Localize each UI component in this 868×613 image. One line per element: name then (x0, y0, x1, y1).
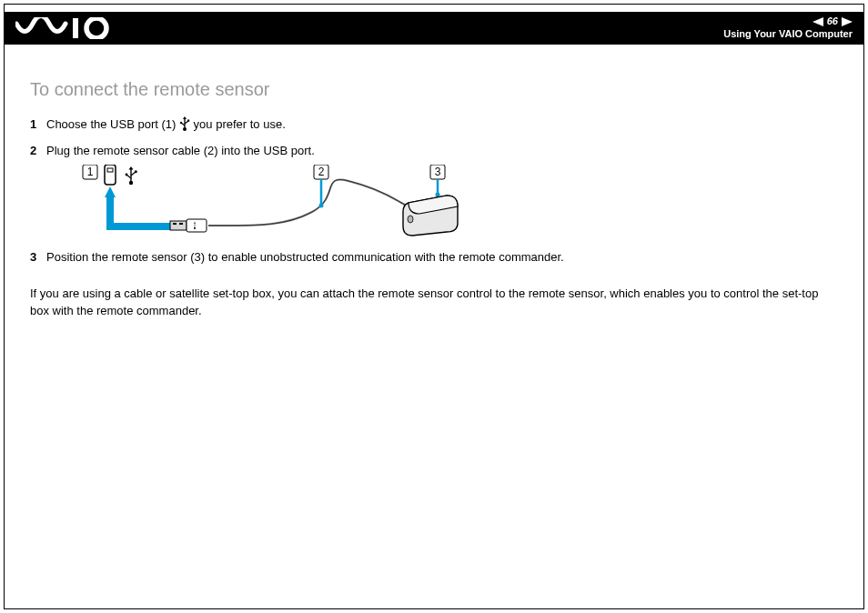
note-paragraph: If you are using a cable or satellite se… (30, 285, 838, 320)
next-page-arrow-icon[interactable] (842, 17, 853, 26)
svg-rect-0 (73, 18, 78, 38)
page-navigator: 66 (723, 15, 853, 28)
svg-point-29 (319, 204, 324, 208)
usb-icon (179, 116, 190, 136)
section-title: To connect the remote sensor (30, 75, 838, 103)
svg-rect-16 (135, 171, 137, 174)
step-item: 3 Position the remote sensor (3) to enab… (30, 248, 838, 266)
svg-rect-19 (106, 223, 170, 230)
svg-marker-14 (129, 166, 134, 170)
svg-marker-2 (812, 17, 823, 26)
svg-marker-17 (105, 186, 116, 197)
svg-point-15 (126, 174, 128, 176)
svg-rect-22 (179, 223, 183, 225)
step-number: 2 (30, 142, 46, 160)
svg-rect-10 (105, 165, 116, 185)
diagram-label-1: 1 (87, 166, 94, 178)
step-text: Choose the USB port (1) (46, 116, 838, 136)
step-number: 1 (30, 116, 46, 134)
svg-point-1 (86, 18, 106, 38)
svg-point-32 (436, 193, 440, 197)
page-header: 66 Using Your VAIO Computer (5, 12, 863, 45)
step-text: Plug the remote sensor cable (2) into th… (46, 142, 838, 160)
svg-point-7 (180, 122, 182, 124)
vaio-logo (15, 17, 116, 39)
step-text: Position the remote sensor (3) to enable… (46, 248, 838, 266)
step-number: 3 (30, 248, 46, 266)
step-item: 2 Plug the remote sensor cable (2) into … (30, 142, 838, 160)
prev-page-arrow-icon[interactable] (812, 17, 823, 26)
breadcrumb: Using Your VAIO Computer (723, 28, 853, 41)
svg-rect-20 (170, 221, 187, 230)
diagram-label-2: 2 (318, 166, 325, 178)
page-number: 66 (827, 15, 838, 28)
step-item: 1 Choose the USB port (1) (30, 116, 838, 136)
svg-marker-6 (183, 116, 187, 119)
svg-marker-3 (842, 17, 853, 26)
connection-diagram: 1 (48, 165, 467, 239)
svg-point-33 (408, 216, 413, 223)
svg-rect-8 (187, 120, 189, 122)
svg-rect-21 (173, 223, 177, 225)
svg-rect-23 (187, 219, 207, 232)
diagram-label-3: 3 (435, 166, 441, 178)
